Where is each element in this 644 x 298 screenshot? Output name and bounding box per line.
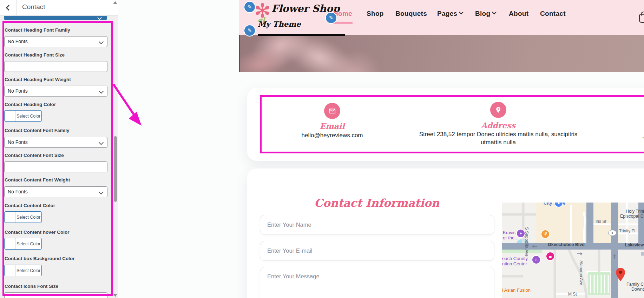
map-label: S Sapodilla Ave bbox=[524, 227, 529, 257]
convention-center-poi-icon[interactable]: ⌂ bbox=[532, 256, 540, 264]
map-label: Lakeview Ave bbox=[625, 243, 644, 247]
route-shield-5: 5 bbox=[608, 230, 617, 236]
chevron-down-icon bbox=[97, 15, 102, 20]
field-label: Contact Content Color bbox=[5, 203, 55, 208]
nav-item-pages[interactable]: Pages bbox=[437, 10, 463, 18]
customizer-header: Contact bbox=[0, 0, 118, 16]
content-font-size-input[interactable] bbox=[4, 161, 107, 172]
field-label: Contact Content Font Family bbox=[5, 128, 70, 133]
back-button[interactable] bbox=[0, 0, 17, 15]
screenshot-stage: Contact Contact Heading Font Family No F… bbox=[0, 0, 644, 298]
chevron-down-icon bbox=[99, 89, 104, 94]
chevron-down-icon bbox=[99, 39, 104, 44]
logo-underline-bar bbox=[258, 34, 345, 36]
content-color-picker-button[interactable]: Select Color bbox=[4, 211, 42, 223]
map-label: Okeechobee Blvd bbox=[548, 242, 585, 247]
google-map[interactable]: City Place S Sapodilla Ave Kravis or the… bbox=[502, 203, 644, 298]
color-swatch bbox=[5, 265, 15, 276]
content-font-family-select[interactable]: No Fonts bbox=[4, 137, 107, 148]
hero-left-edge bbox=[239, 35, 240, 72]
nav-item-bouquets[interactable]: Bouquets bbox=[395, 10, 427, 18]
map-label: Holy Trinity bbox=[626, 209, 644, 214]
heading-font-family-select[interactable]: No Fonts bbox=[4, 36, 107, 47]
map-label: Episcopal Church bbox=[620, 214, 644, 219]
active-nav-underline bbox=[333, 22, 353, 24]
cart-button[interactable]: 0 bbox=[639, 11, 644, 24]
envelope-icon bbox=[324, 103, 340, 119]
nav-item-contact[interactable]: Contact bbox=[540, 10, 566, 18]
map-label: each County bbox=[502, 256, 528, 261]
chevron-down-icon bbox=[492, 10, 497, 14]
select-value: No Fonts bbox=[8, 189, 28, 194]
edit-pencil-icon[interactable]: ✎ bbox=[244, 2, 255, 12]
select-color-label: Select Color bbox=[15, 114, 41, 119]
field-label: Contact Icons Font Size bbox=[5, 284, 58, 289]
scroll-up-icon[interactable] bbox=[113, 1, 117, 4]
field-label: Contact Content hover Color bbox=[5, 230, 70, 235]
contact-info-card bbox=[247, 88, 644, 161]
cart-bag-icon bbox=[639, 14, 644, 23]
map-label: Kravis bbox=[503, 230, 515, 235]
field-label: Contact Heading Color bbox=[5, 102, 56, 107]
map-label: or the... bbox=[503, 235, 518, 240]
heading-font-weight-select[interactable]: No Fonts bbox=[4, 86, 107, 97]
message-textarea[interactable] bbox=[260, 267, 494, 298]
scroll-down-icon[interactable] bbox=[113, 294, 117, 297]
map-label: M St bbox=[568, 292, 577, 297]
chevron-down-icon bbox=[459, 10, 464, 14]
restaurant-poi-icon[interactable]: Ψ bbox=[541, 230, 549, 238]
contact-info-text[interactable]: hello@heyreviews.com bbox=[258, 132, 406, 140]
contact-info-heading: Email bbox=[320, 121, 344, 131]
map-label: Alabama Ave bbox=[579, 260, 584, 285]
edit-pencil-icon[interactable]: ✎ bbox=[244, 25, 255, 36]
field-label: Contact Content Font Size bbox=[5, 153, 64, 158]
name-input[interactable] bbox=[260, 215, 494, 235]
shield-text: 5 bbox=[611, 231, 613, 234]
content-hover-color-picker-button[interactable]: Select Color bbox=[4, 238, 42, 250]
chevron-down-icon bbox=[99, 190, 104, 194]
field-label: Contact box Background Color bbox=[5, 256, 75, 261]
hero-banner-image bbox=[239, 35, 644, 72]
select-value: No Fonts bbox=[8, 139, 28, 145]
scrollbar-thumb[interactable] bbox=[114, 136, 117, 202]
customizer-sidebar: Contact Contact Heading Font Family No F… bbox=[0, 0, 118, 298]
chevron-down-icon bbox=[99, 140, 104, 145]
site-preview: ✎ ✎ ✎ ✻ Flower Shop My Theme Home Shop B… bbox=[118, 0, 644, 298]
field-label: Contact Content Font Weight bbox=[5, 177, 70, 183]
highlighted-section-bar[interactable] bbox=[4, 16, 107, 20]
chevron-left-icon bbox=[6, 5, 12, 11]
nav-item-blog[interactable]: Blog bbox=[475, 10, 496, 18]
email-input[interactable] bbox=[260, 241, 494, 261]
edit-pencil-icon[interactable]: ✎ bbox=[326, 13, 336, 23]
contact-info-heading: Address bbox=[481, 121, 515, 130]
select-value: No Fonts bbox=[8, 88, 28, 94]
theater-poi-icon[interactable]: ✦ bbox=[517, 230, 525, 237]
map-label: ntion Center bbox=[502, 261, 527, 266]
icons-font-size-input[interactable] bbox=[4, 292, 107, 298]
box-background-color-picker-button[interactable]: Select Color bbox=[4, 265, 42, 276]
map-label: Downtown bbox=[631, 287, 644, 292]
select-color-label: Select Color bbox=[15, 268, 41, 273]
map-label: Trinity Pl bbox=[619, 229, 635, 233]
color-swatch bbox=[5, 212, 15, 223]
map-label: Family Church bbox=[626, 282, 644, 287]
content-font-weight-select[interactable]: No Fonts bbox=[4, 186, 107, 197]
field-label: Contact Heading Font Size bbox=[5, 52, 65, 58]
map-label: i Asian Fusion bbox=[502, 287, 531, 293]
flower-logo-icon: ✻ bbox=[254, 0, 271, 22]
select-color-label: Select Color bbox=[15, 215, 41, 220]
color-swatch bbox=[5, 238, 15, 249]
map-label: Iris St bbox=[596, 219, 606, 224]
form-title: Contact Information bbox=[314, 197, 439, 209]
select-value: No Fonts bbox=[8, 39, 28, 44]
contact-info-text[interactable]: +1 123 456 7890 bbox=[612, 134, 644, 142]
color-swatch bbox=[5, 111, 15, 121]
heading-font-size-input[interactable] bbox=[4, 61, 107, 72]
nav-label: Pages bbox=[437, 10, 457, 17]
hotel-poi-icon[interactable]: ▄ bbox=[546, 252, 554, 260]
nav-item-about[interactable]: About bbox=[509, 10, 528, 18]
field-label: Contact Heading Font Family bbox=[5, 27, 70, 33]
heading-color-picker-button[interactable]: Select Color bbox=[4, 110, 42, 122]
select-color-label: Select Color bbox=[15, 241, 41, 246]
nav-item-shop[interactable]: Shop bbox=[367, 10, 384, 18]
